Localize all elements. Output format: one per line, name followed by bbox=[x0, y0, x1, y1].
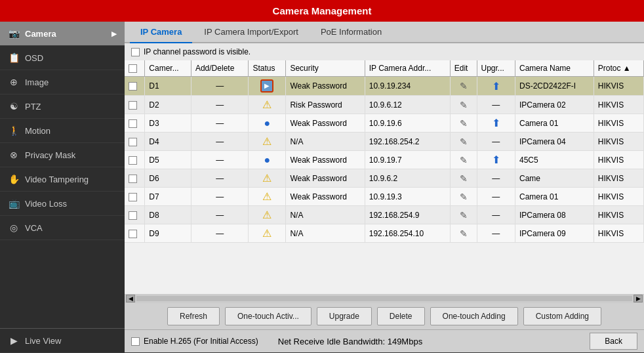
table-row: D4—⚠N/A192.168.254.2✎—IPCamera 04HIKVIS bbox=[125, 133, 644, 151]
row-checkbox[interactable] bbox=[129, 211, 137, 220]
one-touch-adding-button[interactable]: One-touch Adding bbox=[430, 307, 518, 325]
horizontal-scrollbar[interactable]: ◀ ▶ bbox=[125, 294, 644, 303]
sidebar-item-image[interactable]: ⊕ Image bbox=[0, 70, 125, 94]
sidebar-item-privacy-mask[interactable]: ⊗ Privacy Mask bbox=[0, 143, 125, 167]
sidebar-item-motion[interactable]: 🚶 Motion bbox=[0, 119, 125, 143]
row-status[interactable]: ⚠ bbox=[249, 133, 286, 151]
row-security: Weak Password bbox=[286, 114, 365, 133]
row-status[interactable]: ⚠ bbox=[249, 169, 286, 188]
osd-icon: 📋 bbox=[8, 52, 20, 63]
custom-adding-button[interactable]: Custom Adding bbox=[523, 307, 601, 325]
edit-icon[interactable]: ✎ bbox=[460, 136, 468, 147]
row-upgrade-cell[interactable]: ⬆ bbox=[477, 151, 515, 169]
row-checkbox[interactable] bbox=[129, 230, 137, 238]
privacy-mask-icon: ⊗ bbox=[8, 150, 20, 160]
play-status-button[interactable]: ▶ bbox=[260, 79, 273, 93]
scroll-track[interactable] bbox=[136, 296, 632, 301]
scroll-right-button[interactable]: ▶ bbox=[634, 295, 643, 302]
table-wrapper[interactable]: Camer... Add/Delete Status Security IP C… bbox=[125, 60, 644, 294]
upgrade-icon[interactable]: ⬆ bbox=[492, 81, 500, 92]
sidebar: 📷 Camera ▶ 📋 OSD ⊕ Image ☯ PTZ 🚶 Motion … bbox=[0, 22, 125, 352]
row-checkbox-cell bbox=[125, 77, 145, 96]
scroll-left-button[interactable]: ◀ bbox=[126, 295, 135, 302]
row-camera-name: Camera 01 bbox=[515, 114, 594, 133]
h265-checkbox[interactable] bbox=[131, 337, 140, 346]
sidebar-item-live-view[interactable]: ▶ Live View bbox=[0, 329, 125, 352]
edit-icon[interactable]: ✎ bbox=[460, 228, 468, 239]
tab-ip-camera[interactable]: IP Camera bbox=[130, 22, 192, 43]
motion-icon: 🚶 bbox=[8, 125, 20, 136]
row-upgrade-cell[interactable]: — bbox=[477, 133, 515, 151]
row-status[interactable]: ⚠ bbox=[249, 96, 286, 114]
tab-ip-camera-import-export[interactable]: IP Camera Import/Export bbox=[193, 22, 309, 43]
edit-icon[interactable]: ✎ bbox=[460, 81, 468, 91]
row-edit-cell[interactable]: ✎ bbox=[450, 77, 477, 96]
edit-icon[interactable]: ✎ bbox=[460, 173, 468, 184]
edit-icon[interactable]: ✎ bbox=[460, 192, 468, 202]
row-upgrade-cell[interactable]: — bbox=[477, 169, 515, 188]
row-security: Weak Password bbox=[286, 169, 365, 188]
row-checkbox[interactable] bbox=[129, 156, 137, 165]
row-checkbox-cell bbox=[125, 133, 145, 151]
refresh-button[interactable]: Refresh bbox=[167, 307, 220, 325]
row-status[interactable]: ⚠ bbox=[249, 188, 286, 206]
edit-icon[interactable]: ✎ bbox=[460, 155, 468, 165]
sidebar-vca-label: VCA bbox=[25, 223, 117, 233]
row-upgrade-cell[interactable]: — bbox=[477, 206, 515, 224]
tab-poe-information[interactable]: PoE Information bbox=[310, 22, 392, 43]
sidebar-camera-label: Camera bbox=[25, 29, 106, 39]
sidebar-item-osd[interactable]: 📋 OSD bbox=[0, 46, 125, 70]
row-edit-cell[interactable]: ✎ bbox=[450, 133, 477, 151]
content-area: IP Camera IP Camera Import/Export PoE In… bbox=[125, 22, 644, 352]
edit-icon[interactable]: ✎ bbox=[460, 210, 468, 220]
sidebar-item-video-tampering[interactable]: ✋ Video Tampering bbox=[0, 167, 125, 192]
sidebar-item-ptz[interactable]: ☯ PTZ bbox=[0, 94, 125, 119]
one-touch-activ-button[interactable]: One-touch Activ... bbox=[225, 307, 312, 325]
row-upgrade-cell[interactable]: ⬆ bbox=[477, 77, 515, 96]
row-checkbox[interactable] bbox=[129, 119, 137, 128]
live-view-icon: ▶ bbox=[8, 335, 20, 346]
row-edit-cell[interactable]: ✎ bbox=[450, 224, 477, 243]
row-edit-cell[interactable]: ✎ bbox=[450, 169, 477, 188]
row-checkbox[interactable] bbox=[129, 101, 137, 110]
row-upgrade-cell[interactable]: ⬆ bbox=[477, 114, 515, 133]
chevron-right-icon: ▶ bbox=[111, 30, 117, 37]
row-status[interactable]: ▶ bbox=[249, 77, 286, 96]
upgrade-icon[interactable]: ⬆ bbox=[492, 117, 500, 129]
sidebar-item-vca[interactable]: ◎ VCA bbox=[0, 216, 125, 240]
upgrade-button[interactable]: Upgrade bbox=[317, 307, 372, 325]
row-checkbox[interactable] bbox=[129, 175, 137, 183]
row-status[interactable]: ● bbox=[249, 114, 286, 133]
row-upgrade-cell[interactable]: — bbox=[477, 96, 515, 114]
row-camera-name: IPCamera 02 bbox=[515, 96, 594, 114]
row-status[interactable]: ● bbox=[249, 151, 286, 169]
sidebar-video-tampering-label: Video Tampering bbox=[25, 175, 117, 184]
row-edit-cell[interactable]: ✎ bbox=[450, 96, 477, 114]
video-loss-icon: 📺 bbox=[8, 198, 20, 209]
row-edit-cell[interactable]: ✎ bbox=[450, 188, 477, 206]
row-checkbox[interactable] bbox=[129, 138, 137, 146]
upgrade-icon[interactable]: ⬆ bbox=[492, 154, 500, 165]
delete-button[interactable]: Delete bbox=[377, 307, 425, 325]
col-header-camera-name: Camera Name bbox=[515, 60, 594, 77]
row-add-delete: — bbox=[191, 133, 249, 151]
back-button[interactable]: Back bbox=[590, 333, 637, 350]
row-channel: D1 bbox=[145, 77, 191, 96]
row-upgrade-cell[interactable]: — bbox=[477, 188, 515, 206]
row-upgrade-cell[interactable]: — bbox=[477, 224, 515, 243]
row-status[interactable]: ⚠ bbox=[249, 206, 286, 224]
row-edit-cell[interactable]: ✎ bbox=[450, 151, 477, 169]
edit-icon[interactable]: ✎ bbox=[460, 100, 468, 110]
edit-icon[interactable]: ✎ bbox=[460, 118, 468, 129]
row-edit-cell[interactable]: ✎ bbox=[450, 114, 477, 133]
row-checkbox[interactable] bbox=[129, 82, 137, 91]
password-visible-checkbox[interactable] bbox=[131, 48, 140, 56]
row-checkbox[interactable] bbox=[129, 193, 137, 201]
row-status[interactable]: ⚠ bbox=[249, 224, 286, 243]
sidebar-osd-label: OSD bbox=[25, 53, 117, 63]
sidebar-item-camera[interactable]: 📷 Camera ▶ bbox=[0, 22, 125, 46]
row-edit-cell[interactable]: ✎ bbox=[450, 206, 477, 224]
select-all-checkbox[interactable] bbox=[129, 64, 137, 73]
footer-bar: Enable H.265 (For Initial Access) Net Re… bbox=[125, 329, 644, 352]
sidebar-item-video-loss[interactable]: 📺 Video Loss bbox=[0, 192, 125, 216]
